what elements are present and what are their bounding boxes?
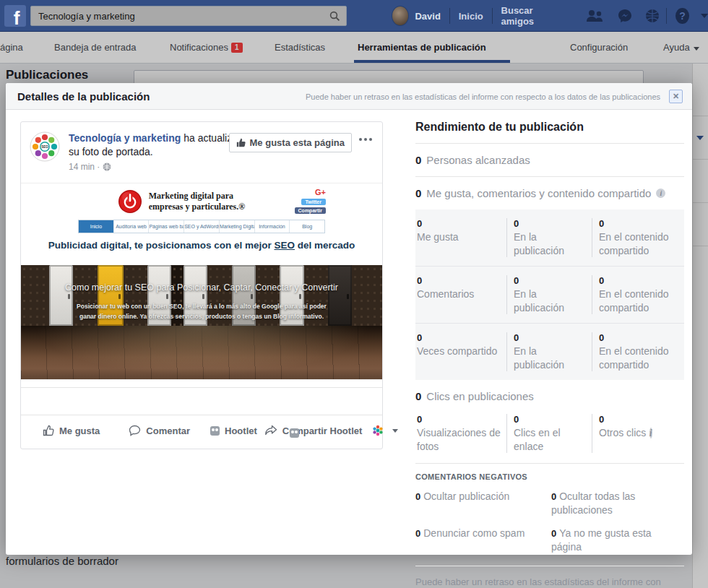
post-action-bar: Me gusta Comentar Hootlet Compartir Hoot… bbox=[21, 415, 382, 446]
find-friends-link[interactable]: Buscar amigos bbox=[501, 5, 560, 27]
page-name-link[interactable]: Tecnología y marketing bbox=[69, 132, 181, 144]
hootlet-button[interactable]: Hootlet bbox=[210, 425, 257, 436]
messenger-icon[interactable] bbox=[618, 9, 632, 23]
post-story: Tecnología y marketing ha actualizado su… bbox=[69, 131, 251, 173]
facebook-logo[interactable]: f bbox=[4, 5, 26, 27]
performance-title: Rendimiento de tu publicación bbox=[415, 121, 684, 144]
page-avatar[interactable]: SEO bbox=[30, 131, 60, 162]
svg-text:SEO: SEO bbox=[41, 145, 48, 149]
share-hootlet-button[interactable]: Compartir Hootlet bbox=[264, 425, 363, 436]
like-page-button[interactable]: Me gusta esta página bbox=[229, 133, 352, 152]
hootlet-owl-icon bbox=[210, 426, 220, 436]
clicks-row: 0Visualizaciones de fotos 0Clics en el e… bbox=[415, 412, 684, 463]
comments-row: 0Comentarios 0En la publicación 0En el c… bbox=[415, 266, 684, 323]
post-clicks-stat: 0Clics en publicaciones bbox=[415, 380, 684, 412]
divider bbox=[449, 8, 450, 24]
reach-stat: 0Personas alcanzadas bbox=[415, 144, 684, 177]
like-button[interactable]: Me gusta bbox=[43, 425, 100, 436]
doors-photo: Como mejorar tu SEO para Posicionar, Cap… bbox=[21, 265, 382, 380]
account-menu-caret-icon[interactable] bbox=[701, 14, 708, 18]
colorful-extension-icon bbox=[372, 425, 384, 436]
clicks-breakdown-grid: 0Visualizaciones de fotos 0Clics en el e… bbox=[415, 412, 684, 464]
cover-photo[interactable]: Marketing digital para empresas y partic… bbox=[21, 183, 382, 380]
hootlet-owl-overlay-icon bbox=[290, 428, 299, 438]
extension-menu-button[interactable] bbox=[372, 425, 398, 436]
twitter-button: Twitter bbox=[301, 199, 326, 205]
search-icon[interactable] bbox=[329, 11, 340, 22]
top-navigation-bar: f David Inicio Buscar amigos ? bbox=[0, 0, 708, 32]
thumb-up-outline-icon bbox=[43, 425, 54, 436]
caret-down-icon bbox=[392, 429, 398, 433]
notifications-globe-icon[interactable] bbox=[645, 9, 660, 23]
info-icon[interactable]: i bbox=[656, 189, 665, 198]
facebook-share-button: Compartir bbox=[295, 207, 326, 214]
website-header: Marketing digital para empresas y partic… bbox=[21, 183, 382, 265]
user-avatar[interactable] bbox=[392, 6, 409, 26]
facebook-page: f David Inicio Buscar amigos ? ágina Ban… bbox=[0, 0, 708, 588]
stats-delay-footnote: Puede haber un retraso en las estadístic… bbox=[415, 566, 684, 588]
wooden-floor bbox=[21, 326, 382, 380]
thumb-up-icon bbox=[236, 138, 246, 147]
negative-feedback-row: 0Denunciar como spam 0Ya no me gusta est… bbox=[415, 522, 684, 558]
post-timestamp[interactable]: 14 min · bbox=[69, 161, 100, 173]
help-icon[interactable]: ? bbox=[675, 8, 689, 24]
friend-requests-icon[interactable] bbox=[584, 9, 605, 22]
comment-button[interactable]: Comentar bbox=[129, 425, 190, 436]
more-options-icon[interactable] bbox=[359, 134, 374, 145]
comment-bubble-icon bbox=[129, 425, 141, 436]
home-link[interactable]: Inicio bbox=[459, 11, 483, 22]
likes-row: 0Me gusta 0En la publicación 0En el cont… bbox=[415, 209, 684, 266]
stats-delay-note: Puede haber un retraso en las estadístic… bbox=[306, 92, 660, 101]
post-details-dialog: Detalles de la publicación Puede haber u… bbox=[6, 83, 692, 555]
website-nav: Inicio Auditoría web Páginas web baratas… bbox=[78, 220, 325, 233]
google-plus-icon: G+ bbox=[315, 188, 326, 196]
website-headline: Publicidad digital, te posicionamos con … bbox=[21, 240, 382, 251]
feedback-summary-row bbox=[21, 388, 382, 415]
negative-feedback-title: COMENTARIOS NEGATIVOS bbox=[415, 464, 684, 485]
profile-link[interactable]: David bbox=[415, 11, 440, 22]
engagement-breakdown-grid: 0Me gusta 0En la publicación 0En el cont… bbox=[415, 209, 684, 380]
info-icon[interactable]: i bbox=[649, 428, 652, 438]
engagement-stat: 0Me gusta, comentarios y contenido compa… bbox=[415, 177, 684, 209]
power-button-logo bbox=[118, 189, 142, 214]
search-input[interactable] bbox=[31, 7, 346, 25]
dialog-header: Detalles de la publicación Puede haber u… bbox=[6, 83, 692, 110]
globe-privacy-icon bbox=[103, 163, 111, 171]
divider bbox=[666, 8, 667, 24]
post-performance-panel: Rendimiento de tu publicación 0Personas … bbox=[415, 121, 684, 588]
post-preview-card: SEO Tecnología y marketing ha actualizad… bbox=[20, 121, 383, 449]
photo-overlay-text: Como mejorar tu SEO para Posicionar, Cap… bbox=[21, 282, 382, 321]
negative-feedback-row: 0Ocultar publicación 0Ocultar todas las … bbox=[415, 485, 684, 522]
shares-row: 0Veces compartido 0En la publicación 0En… bbox=[415, 323, 684, 380]
search-bar bbox=[30, 6, 347, 26]
divider bbox=[492, 8, 493, 24]
dialog-title: Detalles de la publicación bbox=[17, 90, 150, 103]
website-brand-text: Marketing digital para empresas y partic… bbox=[149, 191, 246, 212]
share-arrow-icon bbox=[264, 425, 277, 436]
close-icon[interactable]: ✕ bbox=[669, 90, 683, 103]
